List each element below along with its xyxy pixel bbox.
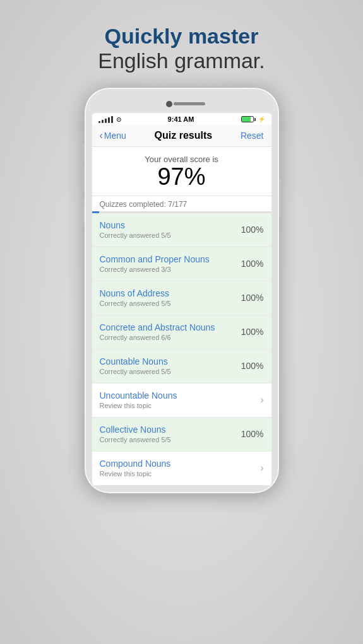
quiz-item-score-1: 100% xyxy=(241,259,264,269)
status-left: ⊙ xyxy=(98,116,121,123)
score-value: 97% xyxy=(98,164,265,190)
signal-bar-4 xyxy=(108,117,110,123)
nav-title: Quiz results xyxy=(155,130,213,141)
quiz-item-1[interactable]: Common and Proper NounsCorrectly answere… xyxy=(92,247,271,281)
battery-fill xyxy=(242,117,251,122)
quiz-item-left-3: Concrete and Abstract NounsCorrectly ans… xyxy=(100,322,241,341)
back-chevron-icon: ‹ xyxy=(100,130,103,141)
side-button-vol-down xyxy=(82,198,85,223)
quiz-item-2[interactable]: Nouns of AddressCorrectly answered 5/510… xyxy=(92,281,271,315)
chevron-right-icon: › xyxy=(260,394,263,405)
quiz-item-score-7: › xyxy=(260,462,263,474)
battery-icon xyxy=(241,116,256,122)
phone-camera xyxy=(166,101,172,107)
quiz-item-subtitle-6: Correctly answered 5/5 xyxy=(100,436,241,443)
signal-bar-5 xyxy=(111,116,113,123)
quiz-item-left-5: Uncountable NounsReview this topic xyxy=(100,390,261,409)
chevron-right-icon: › xyxy=(260,462,263,473)
quiz-item-score-6: 100% xyxy=(241,429,264,439)
quiz-item-score-2: 100% xyxy=(241,293,264,303)
quiz-item-score-5: › xyxy=(260,394,263,406)
quiz-item-title-6: Collective Nouns xyxy=(100,424,241,435)
quiz-item-score-4: 100% xyxy=(241,361,264,371)
quiz-item-title-4: Countable Nouns xyxy=(100,356,241,366)
quiz-item-0[interactable]: NounsCorrectly answered 5/5100% xyxy=(92,213,271,247)
quiz-list: NounsCorrectly answered 5/5100%Common an… xyxy=(92,213,271,486)
quiz-item-subtitle-7: Review this topic xyxy=(100,470,261,477)
quiz-item-left-1: Common and Proper NounsCorrectly answere… xyxy=(100,254,241,273)
hero-title: Quickly master xyxy=(98,24,265,49)
quiz-item-left-0: NounsCorrectly answered 5/5 xyxy=(100,220,241,239)
quiz-item-left-6: Collective NounsCorrectly answered 5/5 xyxy=(100,424,241,443)
quiz-item-left-2: Nouns of AddressCorrectly answered 5/5 xyxy=(100,288,241,307)
charging-icon: ⚡ xyxy=(258,116,265,122)
back-label: Menu xyxy=(104,131,126,141)
battery-tip xyxy=(254,118,256,121)
score-label: Your overall score is xyxy=(98,155,265,164)
signal-bars xyxy=(98,116,113,123)
quiz-item-subtitle-4: Correctly answered 5/5 xyxy=(100,368,241,375)
phone-shell: ⊙ 9:41 AM ⚡ ‹ Menu Quiz results Reset xyxy=(84,87,280,494)
quiz-item-4[interactable]: Countable NounsCorrectly answered 5/5100… xyxy=(92,349,271,383)
quiz-item-subtitle-3: Correctly answered 6/6 xyxy=(100,334,241,341)
quiz-item-left-7: Compound NounsReview this topic xyxy=(100,459,261,477)
quiz-item-7[interactable]: Compound NounsReview this topic› xyxy=(92,452,271,486)
quizzes-completed: Quizzes completed: 7/177 xyxy=(92,196,271,211)
quiz-item-5[interactable]: Uncountable NounsReview this topic› xyxy=(92,383,271,418)
quiz-item-3[interactable]: Concrete and Abstract NounsCorrectly ans… xyxy=(92,315,271,349)
quiz-item-title-1: Common and Proper Nouns xyxy=(100,254,241,264)
quiz-item-title-7: Compound Nouns xyxy=(100,459,261,469)
hero-subtitle: English grammar. xyxy=(98,49,265,73)
quiz-item-subtitle-0: Correctly answered 5/5 xyxy=(100,231,241,239)
quiz-item-score-0: 100% xyxy=(241,225,264,235)
side-button-vol-up xyxy=(82,167,85,192)
wifi-icon: ⊙ xyxy=(116,116,121,123)
side-button-mute xyxy=(82,144,85,161)
quiz-item-score-3: 100% xyxy=(241,327,264,337)
signal-bar-3 xyxy=(105,119,107,123)
status-bar: ⊙ 9:41 AM ⚡ xyxy=(92,113,271,125)
back-button[interactable]: ‹ Menu xyxy=(100,130,126,141)
phone-speaker xyxy=(174,102,205,105)
quiz-item-title-3: Concrete and Abstract Nouns xyxy=(100,322,241,332)
status-time: 9:41 AM xyxy=(168,115,194,123)
signal-bar-1 xyxy=(98,121,100,123)
quiz-item-left-4: Countable NounsCorrectly answered 5/5 xyxy=(100,356,241,375)
side-button-power xyxy=(279,179,282,217)
reset-button[interactable]: Reset xyxy=(241,131,264,141)
quiz-item-title-0: Nouns xyxy=(100,220,241,230)
quiz-item-subtitle-2: Correctly answered 5/5 xyxy=(100,300,241,307)
battery-body xyxy=(241,116,254,122)
quiz-item-title-2: Nouns of Address xyxy=(100,288,241,298)
hero-section: Quickly master English grammar. xyxy=(98,24,265,73)
quiz-item-subtitle-5: Review this topic xyxy=(100,402,261,409)
quiz-item-6[interactable]: Collective NounsCorrectly answered 5/510… xyxy=(92,418,271,452)
signal-bar-2 xyxy=(102,120,104,123)
phone-top-bar xyxy=(92,95,271,113)
quiz-item-title-5: Uncountable Nouns xyxy=(100,390,261,401)
status-right: ⚡ xyxy=(241,116,265,122)
phone-screen: ⊙ 9:41 AM ⚡ ‹ Menu Quiz results Reset xyxy=(92,113,271,486)
nav-bar: ‹ Menu Quiz results Reset xyxy=(92,125,271,147)
score-section: Your overall score is 97% xyxy=(92,147,271,196)
quiz-item-subtitle-1: Correctly answered 3/3 xyxy=(100,266,241,273)
